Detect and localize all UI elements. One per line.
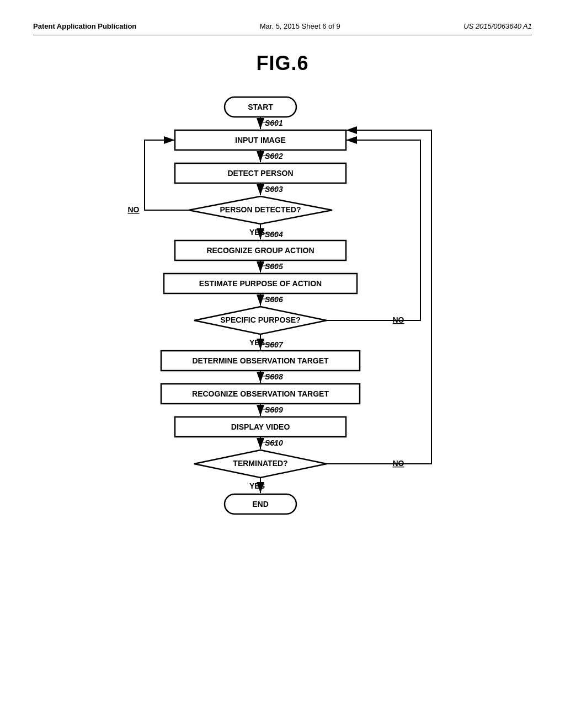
svg-text:RECOGNIZE OBSERVATION TARGET: RECOGNIZE OBSERVATION TARGET — [192, 389, 329, 398]
svg-text:S606: S606 — [265, 295, 283, 304]
svg-text:S602: S602 — [265, 152, 283, 160]
svg-text:S603: S603 — [265, 185, 283, 194]
svg-text:YES: YES — [249, 228, 265, 237]
svg-text:S609: S609 — [265, 405, 283, 414]
svg-text:INPUT IMAGE: INPUT IMAGE — [235, 136, 286, 144]
svg-text:SPECIFIC PURPOSE?: SPECIFIC PURPOSE? — [220, 315, 300, 324]
flowchart: START S601 INPUT IMAGE S602 DETECT PERSO… — [89, 92, 476, 590]
svg-text:PERSON DETECTED?: PERSON DETECTED? — [220, 205, 301, 214]
page: Patent Application Publication Mar. 5, 2… — [0, 0, 565, 728]
page-header: Patent Application Publication Mar. 5, 2… — [33, 22, 532, 35]
svg-text:S605: S605 — [265, 262, 283, 271]
svg-text:START: START — [248, 103, 273, 111]
svg-text:S601: S601 — [265, 119, 283, 127]
svg-text:YES: YES — [249, 338, 265, 347]
svg-text:S607: S607 — [265, 340, 284, 349]
svg-text:END: END — [252, 500, 269, 508]
svg-text:S608: S608 — [265, 372, 283, 381]
header-right: US 2015/0063640 A1 — [463, 22, 532, 30]
svg-text:S610: S610 — [265, 438, 283, 447]
svg-text:DETECT PERSON: DETECT PERSON — [227, 169, 293, 178]
svg-text:RECOGNIZE GROUP ACTION: RECOGNIZE GROUP ACTION — [206, 246, 314, 255]
figure-title: FIG.6 — [33, 52, 532, 75]
header-center: Mar. 5, 2015 Sheet 6 of 9 — [260, 22, 340, 30]
svg-text:DISPLAY VIDEO: DISPLAY VIDEO — [231, 422, 290, 431]
flowchart-svg: START S601 INPUT IMAGE S602 DETECT PERSO… — [89, 92, 476, 588]
svg-text:NO: NO — [128, 205, 140, 214]
header-left: Patent Application Publication — [33, 22, 136, 30]
svg-text:S604: S604 — [265, 230, 283, 239]
svg-text:TERMINATED?: TERMINATED? — [233, 459, 287, 468]
svg-text:ESTIMATE PURPOSE OF ACTION: ESTIMATE PURPOSE OF ACTION — [199, 279, 322, 288]
svg-text:DETERMINE OBSERVATION TARGET: DETERMINE OBSERVATION TARGET — [192, 356, 329, 365]
svg-text:YES: YES — [249, 481, 265, 490]
